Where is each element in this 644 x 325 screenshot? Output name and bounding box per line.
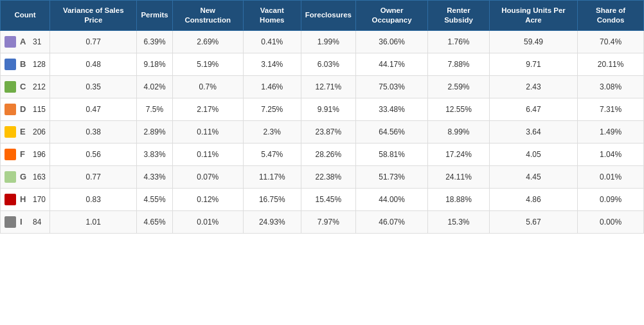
cluster-letter: H — [20, 194, 29, 204]
cell-condos: 0.00% — [578, 210, 644, 233]
table-row: D 115 0.477.5%2.17%7.25%9.91%33.48%12.55… — [1, 98, 644, 120]
cell-newconst: 2.69% — [172, 30, 243, 53]
cell-owner: 46.07% — [355, 210, 427, 233]
cluster-count: 163 — [33, 172, 46, 181]
cell-newconst: 5.19% — [172, 53, 243, 75]
cluster-count: 196 — [33, 150, 46, 159]
cell-permits: 4.33% — [137, 165, 172, 188]
col-header-vacant: Vacant Homes — [243, 1, 301, 31]
cell-housing: 4.86 — [489, 188, 577, 210]
cell-foreclosures: 22.38% — [301, 165, 355, 188]
cell-foreclosures: 12.71% — [301, 75, 355, 98]
cell-renter: 7.88% — [428, 53, 490, 75]
cell-foreclosures: 1.99% — [301, 30, 355, 53]
cluster-letter: F — [20, 149, 29, 159]
cell-condos: 70.4% — [578, 30, 644, 53]
count-cell: A 31 — [1, 30, 50, 53]
cell-newconst: 0.11% — [172, 143, 243, 165]
cell-renter: 8.99% — [428, 120, 490, 143]
cell-variance: 1.01 — [50, 210, 137, 233]
cell-owner: 64.56% — [355, 120, 427, 143]
cell-condos: 20.11% — [578, 53, 644, 75]
cell-vacant: 3.14% — [243, 53, 301, 75]
cell-housing: 59.49 — [489, 30, 577, 53]
count-cell: C 212 — [1, 75, 50, 98]
cell-housing: 4.05 — [489, 143, 577, 165]
cell-condos: 3.08% — [578, 75, 644, 98]
cell-newconst: 0.01% — [172, 210, 243, 233]
count-cell: G 163 — [1, 165, 50, 188]
cluster-color-box — [4, 171, 16, 183]
count-cell: H 170 — [1, 188, 50, 210]
cluster-count: 84 — [33, 218, 41, 227]
col-header-foreclosures: Foreclosures — [301, 1, 355, 31]
cell-variance: 0.35 — [50, 75, 137, 98]
table-row: G 163 0.774.33%0.07%11.17%22.38%51.73%24… — [1, 165, 644, 188]
table-row: E 206 0.382.89%0.11%2.3%23.87%64.56%8.99… — [1, 120, 644, 143]
cell-condos: 0.01% — [578, 165, 644, 188]
cell-vacant: 1.46% — [243, 75, 301, 98]
count-cell: F 196 — [1, 143, 50, 165]
cell-owner: 51.73% — [355, 165, 427, 188]
cell-housing: 3.64 — [489, 120, 577, 143]
cell-vacant: 24.93% — [243, 210, 301, 233]
cell-permits: 6.39% — [137, 30, 172, 53]
col-header-variance: Variance of Sales Price — [50, 1, 137, 31]
table-row: F 196 0.563.83%0.11%5.47%28.26%58.81%17.… — [1, 143, 644, 165]
cell-housing: 2.43 — [489, 75, 577, 98]
cell-newconst: 0.12% — [172, 188, 243, 210]
count-cell: E 206 — [1, 120, 50, 143]
cell-condos: 1.49% — [578, 120, 644, 143]
cell-renter: 18.88% — [428, 188, 490, 210]
cell-vacant: 16.75% — [243, 188, 301, 210]
cell-foreclosures: 6.03% — [301, 53, 355, 75]
cell-renter: 15.3% — [428, 210, 490, 233]
cluster-count: 31 — [33, 37, 41, 46]
cell-housing: 5.67 — [489, 210, 577, 233]
cell-vacant: 5.47% — [243, 143, 301, 165]
cell-foreclosures: 15.45% — [301, 188, 355, 210]
cluster-color-box — [4, 126, 16, 138]
cluster-count: 170 — [33, 195, 46, 204]
cell-renter: 12.55% — [428, 98, 490, 120]
cell-owner: 33.48% — [355, 98, 427, 120]
cell-condos: 1.04% — [578, 143, 644, 165]
count-cell: D 115 — [1, 98, 50, 120]
cell-owner: 75.03% — [355, 75, 427, 98]
cluster-color-box — [4, 59, 16, 70]
cell-permits: 3.83% — [137, 143, 172, 165]
col-header-condos: Share of Condos — [578, 1, 644, 31]
cell-condos: 0.09% — [578, 188, 644, 210]
cell-vacant: 11.17% — [243, 165, 301, 188]
cell-vacant: 2.3% — [243, 120, 301, 143]
count-cell: I 84 — [1, 210, 50, 233]
cell-housing: 6.47 — [489, 98, 577, 120]
cluster-letter: G — [20, 172, 29, 181]
cell-newconst: 0.7% — [172, 75, 243, 98]
cluster-letter: B — [20, 59, 29, 69]
cell-permits: 4.65% — [137, 210, 172, 233]
cell-renter: 24.11% — [428, 165, 490, 188]
cell-vacant: 7.25% — [243, 98, 301, 120]
cell-condos: 7.31% — [578, 98, 644, 120]
cluster-letter: C — [20, 82, 29, 91]
cluster-count: 128 — [33, 60, 46, 69]
col-header-permits: Permits — [137, 1, 172, 31]
cell-variance: 0.48 — [50, 53, 137, 75]
cluster-color-box — [4, 194, 16, 205]
cell-variance: 0.56 — [50, 143, 137, 165]
cluster-letter: A — [20, 37, 29, 46]
cell-permits: 7.5% — [137, 98, 172, 120]
table-row: A 31 0.776.39%2.69%0.41%1.99%36.06%1.76%… — [1, 30, 644, 53]
cell-renter: 17.24% — [428, 143, 490, 165]
data-table: Count Variance of Sales Price Permits Ne… — [0, 0, 644, 234]
cluster-color-box — [4, 81, 16, 93]
cluster-color-box — [4, 36, 16, 48]
cell-foreclosures: 23.87% — [301, 120, 355, 143]
cluster-color-box — [4, 104, 16, 115]
cluster-letter: E — [20, 127, 29, 136]
cell-vacant: 0.41% — [243, 30, 301, 53]
cell-foreclosures: 28.26% — [301, 143, 355, 165]
col-header-newconst: New Construction — [172, 1, 243, 31]
cluster-letter: D — [20, 104, 29, 114]
